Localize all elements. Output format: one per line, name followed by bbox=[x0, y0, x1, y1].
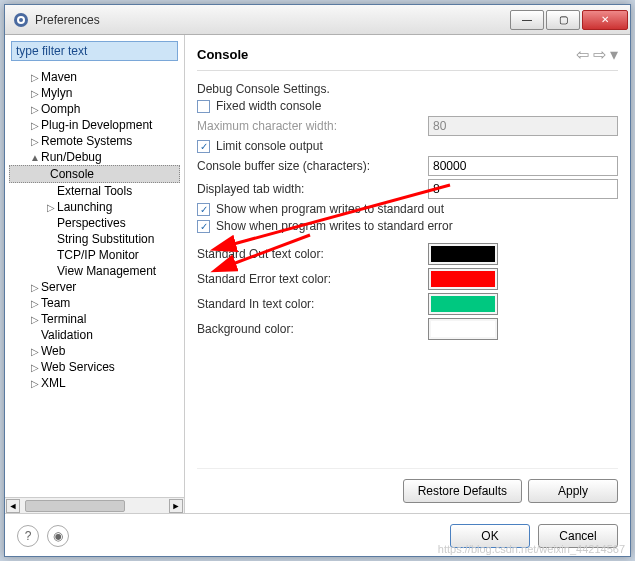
show-stdout-label: Show when program writes to standard out bbox=[216, 202, 444, 216]
tree-item-maven[interactable]: ▷Maven bbox=[5, 69, 184, 85]
tree-item-validation[interactable]: Validation bbox=[5, 327, 184, 343]
limit-output-checkbox[interactable]: ✓ bbox=[197, 140, 210, 153]
nav-forward-icon[interactable]: ⇨ bbox=[593, 45, 606, 64]
buffer-size-label: Console buffer size (characters): bbox=[197, 159, 370, 173]
window-controls: — ▢ ✕ bbox=[510, 10, 630, 30]
color-stdin-row: Standard In text color: bbox=[197, 293, 618, 315]
max-char-width-label: Maximum character width: bbox=[197, 119, 337, 133]
show-stdout-checkbox[interactable]: ✓ bbox=[197, 203, 210, 216]
scroll-right-icon[interactable]: ► bbox=[169, 499, 183, 513]
tree-item-server[interactable]: ▷Server bbox=[5, 279, 184, 295]
content-area: ▷Maven ▷Mylyn ▷Oomph ▷Plug-in Developmen… bbox=[5, 35, 630, 513]
tree-item-team[interactable]: ▷Team bbox=[5, 295, 184, 311]
preferences-window: Preferences — ▢ ✕ ▷Maven ▷Mylyn ▷Oomph ▷… bbox=[4, 4, 631, 557]
limit-output-label: Limit console output bbox=[216, 139, 323, 153]
color-stdout-button[interactable] bbox=[428, 243, 498, 265]
color-bg-button[interactable] bbox=[428, 318, 498, 340]
settings-title-row: Debug Console Settings. bbox=[197, 82, 618, 96]
tab-width-row: Displayed tab width: bbox=[197, 179, 618, 199]
sidebar-hscroll[interactable]: ◄ ► bbox=[5, 497, 184, 513]
tree-item-plugin-dev[interactable]: ▷Plug-in Development bbox=[5, 117, 184, 133]
color-stderr-swatch bbox=[431, 271, 495, 287]
app-icon bbox=[13, 12, 29, 28]
tree-item-launching[interactable]: ▷Launching bbox=[5, 199, 184, 215]
buffer-size-row: Console buffer size (characters): bbox=[197, 156, 618, 176]
nav-back-icon[interactable]: ⇦ bbox=[576, 45, 589, 64]
tree-item-tcpip[interactable]: TCP/IP Monitor bbox=[5, 247, 184, 263]
show-stderr-row: ✓ Show when program writes to standard e… bbox=[197, 219, 618, 233]
tree-item-xml[interactable]: ▷XML bbox=[5, 375, 184, 391]
tree-item-run-debug[interactable]: ▲Run/Debug bbox=[5, 149, 184, 165]
max-char-width-row: Maximum character width: bbox=[197, 116, 618, 136]
color-stdin-swatch bbox=[431, 296, 495, 312]
color-bg-swatch bbox=[431, 321, 495, 337]
tree-item-remote-systems[interactable]: ▷Remote Systems bbox=[5, 133, 184, 149]
page-title: Console bbox=[197, 47, 248, 62]
apply-button[interactable]: Apply bbox=[528, 479, 618, 503]
fixed-width-checkbox[interactable] bbox=[197, 100, 210, 113]
color-bg-label: Background color: bbox=[197, 322, 294, 336]
settings-form: Debug Console Settings. Fixed width cons… bbox=[197, 79, 618, 468]
color-stdout-label: Standard Out text color: bbox=[197, 247, 324, 261]
color-stdout-swatch bbox=[431, 246, 495, 262]
max-char-width-field bbox=[428, 116, 618, 136]
sidebar: ▷Maven ▷Mylyn ▷Oomph ▷Plug-in Developmen… bbox=[5, 35, 185, 513]
tree-item-mylyn[interactable]: ▷Mylyn bbox=[5, 85, 184, 101]
svg-point-2 bbox=[19, 18, 23, 22]
window-title: Preferences bbox=[35, 13, 100, 27]
scroll-left-icon[interactable]: ◄ bbox=[6, 499, 20, 513]
color-stdin-label: Standard In text color: bbox=[197, 297, 314, 311]
tree-item-terminal[interactable]: ▷Terminal bbox=[5, 311, 184, 327]
color-stdout-row: Standard Out text color: bbox=[197, 243, 618, 265]
show-stderr-label: Show when program writes to standard err… bbox=[216, 219, 453, 233]
color-bg-row: Background color: bbox=[197, 318, 618, 340]
minimize-button[interactable]: — bbox=[510, 10, 544, 30]
tree-item-web[interactable]: ▷Web bbox=[5, 343, 184, 359]
color-stderr-button[interactable] bbox=[428, 268, 498, 290]
footer: ? ◉ OK Cancel bbox=[5, 513, 630, 557]
page-buttons: Restore Defaults Apply bbox=[197, 468, 618, 513]
color-stderr-row: Standard Error text color: bbox=[197, 268, 618, 290]
maximize-button[interactable]: ▢ bbox=[546, 10, 580, 30]
tree-item-oomph[interactable]: ▷Oomph bbox=[5, 101, 184, 117]
nav-menu-icon[interactable]: ▾ bbox=[610, 45, 618, 64]
tree-item-perspectives[interactable]: Perspectives bbox=[5, 215, 184, 231]
color-stderr-label: Standard Error text color: bbox=[197, 272, 331, 286]
cancel-button[interactable]: Cancel bbox=[538, 524, 618, 548]
record-icon[interactable]: ◉ bbox=[47, 525, 69, 547]
restore-defaults-button[interactable]: Restore Defaults bbox=[403, 479, 522, 503]
help-icon[interactable]: ? bbox=[17, 525, 39, 547]
fixed-width-label: Fixed width console bbox=[216, 99, 321, 113]
show-stderr-checkbox[interactable]: ✓ bbox=[197, 220, 210, 233]
header-nav: ⇦ ⇨ ▾ bbox=[576, 45, 618, 64]
tree-item-string-sub[interactable]: String Substitution bbox=[5, 231, 184, 247]
filter-input[interactable] bbox=[11, 41, 178, 61]
main-header: Console ⇦ ⇨ ▾ bbox=[197, 45, 618, 71]
show-stdout-row: ✓ Show when program writes to standard o… bbox=[197, 202, 618, 216]
limit-output-row: ✓ Limit console output bbox=[197, 139, 618, 153]
tab-width-field[interactable] bbox=[428, 179, 618, 199]
tab-width-label: Displayed tab width: bbox=[197, 182, 304, 196]
preference-tree[interactable]: ▷Maven ▷Mylyn ▷Oomph ▷Plug-in Developmen… bbox=[5, 67, 184, 497]
tree-item-view-mgmt[interactable]: View Management bbox=[5, 263, 184, 279]
tree-item-external-tools[interactable]: External Tools bbox=[5, 183, 184, 199]
color-stdin-button[interactable] bbox=[428, 293, 498, 315]
tree-item-console[interactable]: Console bbox=[9, 165, 180, 183]
ok-button[interactable]: OK bbox=[450, 524, 530, 548]
titlebar: Preferences — ▢ ✕ bbox=[5, 5, 630, 35]
buffer-size-field[interactable] bbox=[428, 156, 618, 176]
scroll-thumb[interactable] bbox=[25, 500, 125, 512]
tree-item-web-services[interactable]: ▷Web Services bbox=[5, 359, 184, 375]
close-button[interactable]: ✕ bbox=[582, 10, 628, 30]
fixed-width-row: Fixed width console bbox=[197, 99, 618, 113]
main-panel: Console ⇦ ⇨ ▾ Debug Console Settings. Fi… bbox=[185, 35, 630, 513]
